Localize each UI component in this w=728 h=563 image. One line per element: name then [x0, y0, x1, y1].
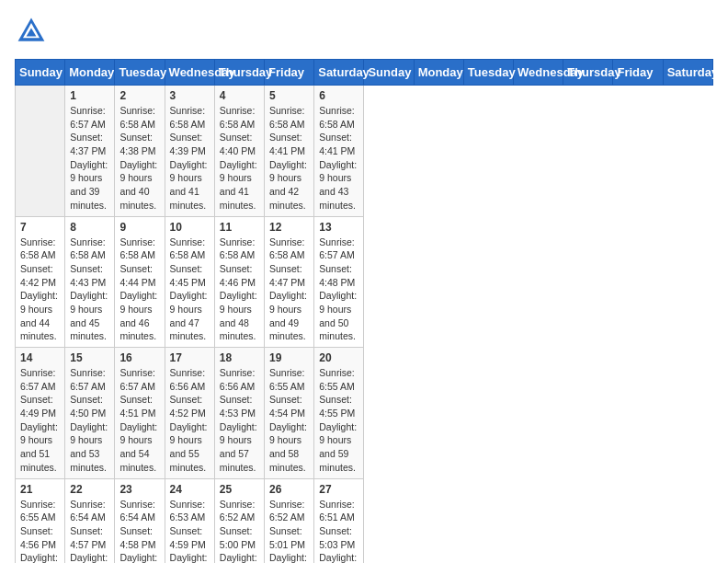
day-info: Sunrise: 6:54 AMSunset: 4:58 PMDaylight:…: [119, 498, 159, 564]
day-info: Sunrise: 6:58 AMSunset: 4:41 PMDaylight:…: [319, 104, 358, 213]
day-info: Sunrise: 6:58 AMSunset: 4:43 PMDaylight:…: [70, 236, 109, 344]
day-info: Sunrise: 6:58 AMSunset: 4:40 PMDaylight:…: [220, 104, 259, 213]
calendar-cell: 22 Sunrise: 6:54 AMSunset: 4:57 PMDaylig…: [65, 478, 115, 563]
day-info: Sunrise: 6:58 AMSunset: 4:38 PMDaylight:…: [119, 104, 159, 213]
calendar-cell: 21 Sunrise: 6:55 AMSunset: 4:56 PMDaylig…: [16, 478, 65, 563]
day-info: Sunrise: 6:55 AMSunset: 4:55 PMDaylight:…: [319, 366, 358, 475]
header-saturday: Saturday: [314, 60, 364, 86]
calendar-table: SundayMondayTuesdayWednesdayThursdayFrid…: [15, 59, 713, 563]
calendar-cell: 5 Sunrise: 6:58 AMSunset: 4:41 PMDayligh…: [265, 86, 314, 217]
calendar-cell: 26 Sunrise: 6:52 AMSunset: 5:01 PMDaylig…: [265, 478, 314, 563]
day-number: 16: [119, 351, 159, 364]
logo: [15, 15, 51, 48]
header-thursday: Thursday: [214, 60, 264, 86]
day-number: 9: [119, 221, 159, 234]
day-info: Sunrise: 6:55 AMSunset: 4:54 PMDaylight:…: [269, 366, 309, 475]
day-number: 1: [70, 89, 109, 102]
day-info: Sunrise: 6:58 AMSunset: 4:41 PMDaylight:…: [269, 104, 309, 213]
calendar-cell: 2 Sunrise: 6:58 AMSunset: 4:38 PMDayligh…: [115, 86, 165, 217]
header-day-tuesday: Tuesday: [463, 60, 513, 86]
calendar-cell: 11 Sunrise: 6:58 AMSunset: 4:46 PMDaylig…: [214, 216, 264, 348]
day-info: Sunrise: 6:58 AMSunset: 4:46 PMDaylight:…: [220, 236, 259, 344]
calendar-week-1: 1 Sunrise: 6:57 AMSunset: 4:37 PMDayligh…: [16, 86, 713, 217]
calendar-cell: 13 Sunrise: 6:57 AMSunset: 4:48 PMDaylig…: [314, 216, 364, 348]
day-number: 7: [20, 221, 60, 234]
logo-icon: [15, 15, 48, 48]
day-info: Sunrise: 6:58 AMSunset: 4:45 PMDaylight:…: [170, 236, 210, 344]
header-monday: Monday: [65, 60, 115, 86]
calendar-cell: 6 Sunrise: 6:58 AMSunset: 4:41 PMDayligh…: [314, 86, 364, 217]
day-info: Sunrise: 6:58 AMSunset: 4:39 PMDaylight:…: [170, 104, 210, 213]
day-number: 17: [170, 351, 210, 364]
calendar-cell: [16, 86, 65, 217]
header-day-thursday: Thursday: [563, 60, 613, 86]
day-info: Sunrise: 6:54 AMSunset: 4:57 PMDaylight:…: [70, 498, 109, 564]
header-friday: Friday: [265, 60, 314, 86]
calendar-cell: 17 Sunrise: 6:56 AMSunset: 4:52 PMDaylig…: [165, 348, 214, 479]
day-number: 18: [220, 351, 259, 364]
day-info: Sunrise: 6:57 AMSunset: 4:48 PMDaylight:…: [319, 236, 358, 344]
day-info: Sunrise: 6:56 AMSunset: 4:52 PMDaylight:…: [170, 366, 210, 475]
day-info: Sunrise: 6:53 AMSunset: 4:59 PMDaylight:…: [170, 498, 210, 564]
header-day-wednesday: Wednesday: [514, 60, 563, 86]
day-info: Sunrise: 6:58 AMSunset: 4:44 PMDaylight:…: [119, 236, 159, 344]
day-number: 4: [220, 89, 259, 102]
calendar-cell: 27 Sunrise: 6:51 AMSunset: 5:03 PMDaylig…: [314, 478, 364, 563]
calendar-cell: 24 Sunrise: 6:53 AMSunset: 4:59 PMDaylig…: [165, 478, 214, 563]
day-number: 5: [269, 89, 309, 102]
day-number: 2: [119, 89, 159, 102]
day-number: 25: [220, 483, 259, 496]
header-day-sunday: Sunday: [364, 60, 414, 86]
day-number: 19: [269, 351, 309, 364]
header-wednesday: Wednesday: [165, 60, 214, 86]
day-number: 24: [170, 483, 210, 496]
day-info: Sunrise: 6:51 AMSunset: 5:03 PMDaylight:…: [319, 498, 358, 564]
calendar-cell: 18 Sunrise: 6:56 AMSunset: 4:53 PMDaylig…: [214, 348, 264, 479]
day-info: Sunrise: 6:58 AMSunset: 4:42 PMDaylight:…: [20, 236, 60, 344]
calendar-cell: 1 Sunrise: 6:57 AMSunset: 4:37 PMDayligh…: [65, 86, 115, 217]
day-info: Sunrise: 6:57 AMSunset: 4:51 PMDaylight:…: [119, 366, 159, 475]
day-info: Sunrise: 6:57 AMSunset: 4:49 PMDaylight:…: [20, 366, 60, 475]
page-header: [15, 15, 713, 48]
day-number: 23: [119, 483, 159, 496]
day-number: 27: [319, 483, 358, 496]
calendar-cell: 23 Sunrise: 6:54 AMSunset: 4:58 PMDaylig…: [115, 478, 165, 563]
calendar-week-2: 7 Sunrise: 6:58 AMSunset: 4:42 PMDayligh…: [16, 216, 713, 348]
calendar-cell: 19 Sunrise: 6:55 AMSunset: 4:54 PMDaylig…: [265, 348, 314, 479]
calendar-cell: 4 Sunrise: 6:58 AMSunset: 4:40 PMDayligh…: [214, 86, 264, 217]
day-number: 26: [269, 483, 309, 496]
day-number: 8: [70, 221, 109, 234]
day-number: 6: [319, 89, 358, 102]
calendar-cell: 25 Sunrise: 6:52 AMSunset: 5:00 PMDaylig…: [214, 478, 264, 563]
calendar-cell: 12 Sunrise: 6:58 AMSunset: 4:47 PMDaylig…: [265, 216, 314, 348]
calendar-cell: 15 Sunrise: 6:57 AMSunset: 4:50 PMDaylig…: [65, 348, 115, 479]
calendar-cell: 16 Sunrise: 6:57 AMSunset: 4:51 PMDaylig…: [115, 348, 165, 479]
calendar-cell: 3 Sunrise: 6:58 AMSunset: 4:39 PMDayligh…: [165, 86, 214, 217]
day-info: Sunrise: 6:57 AMSunset: 4:50 PMDaylight:…: [70, 366, 109, 475]
day-info: Sunrise: 6:55 AMSunset: 4:56 PMDaylight:…: [20, 498, 60, 564]
day-number: 12: [269, 221, 309, 234]
day-number: 11: [220, 221, 259, 234]
day-info: Sunrise: 6:52 AMSunset: 5:01 PMDaylight:…: [269, 498, 309, 564]
header-sunday: Sunday: [16, 60, 65, 86]
calendar-cell: 14 Sunrise: 6:57 AMSunset: 4:49 PMDaylig…: [16, 348, 65, 479]
calendar-week-4: 21 Sunrise: 6:55 AMSunset: 4:56 PMDaylig…: [16, 478, 713, 563]
day-number: 14: [20, 351, 60, 364]
day-number: 13: [319, 221, 358, 234]
day-info: Sunrise: 6:58 AMSunset: 4:47 PMDaylight:…: [269, 236, 309, 344]
calendar-cell: 10 Sunrise: 6:58 AMSunset: 4:45 PMDaylig…: [165, 216, 214, 348]
calendar-cell: 7 Sunrise: 6:58 AMSunset: 4:42 PMDayligh…: [16, 216, 65, 348]
day-info: Sunrise: 6:57 AMSunset: 4:37 PMDaylight:…: [70, 104, 109, 213]
header-day-saturday: Saturday: [663, 60, 712, 86]
calendar-cell: 20 Sunrise: 6:55 AMSunset: 4:55 PMDaylig…: [314, 348, 364, 479]
day-info: Sunrise: 6:52 AMSunset: 5:00 PMDaylight:…: [220, 498, 259, 564]
calendar-cell: 9 Sunrise: 6:58 AMSunset: 4:44 PMDayligh…: [115, 216, 165, 348]
day-number: 15: [70, 351, 109, 364]
header-day-monday: Monday: [414, 60, 463, 86]
calendar-cell: 8 Sunrise: 6:58 AMSunset: 4:43 PMDayligh…: [65, 216, 115, 348]
header-tuesday: Tuesday: [115, 60, 165, 86]
day-number: 20: [319, 351, 358, 364]
calendar-header-row: SundayMondayTuesdayWednesdayThursdayFrid…: [16, 60, 713, 86]
calendar-week-3: 14 Sunrise: 6:57 AMSunset: 4:49 PMDaylig…: [16, 348, 713, 479]
header-day-friday: Friday: [613, 60, 663, 86]
